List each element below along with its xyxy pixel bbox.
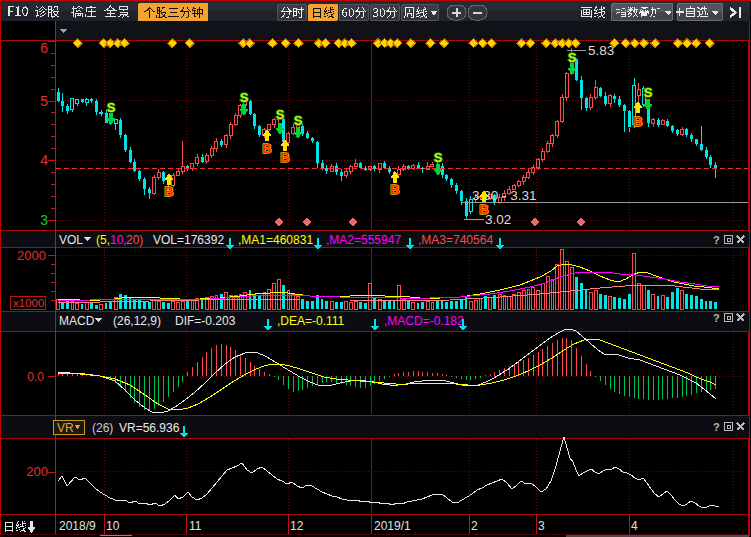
svg-text:4: 4 [40, 152, 48, 168]
svg-text:S: S [434, 150, 443, 165]
svg-text:,DEA=-0.111: ,DEA=-0.111 [277, 314, 345, 328]
svg-text:(26): (26) [92, 421, 113, 435]
svg-text:10,: 10, [110, 233, 127, 247]
svg-text:?: ? [713, 421, 720, 433]
svg-text:S: S [568, 50, 577, 65]
svg-text:S: S [240, 90, 249, 105]
svg-text:B: B [633, 114, 642, 129]
svg-text:VOL: VOL [59, 233, 83, 247]
svg-text:S: S [276, 107, 285, 122]
svg-text:2018/9: 2018/9 [59, 519, 96, 533]
svg-text:?: ? [713, 234, 720, 246]
svg-text:5,: 5, [100, 233, 110, 247]
svg-text:6: 6 [40, 40, 48, 56]
svg-text:5.83: 5.83 [588, 43, 614, 58]
svg-text:12: 12 [290, 519, 304, 533]
svg-text:10: 10 [106, 519, 120, 533]
svg-text:5: 5 [40, 93, 48, 109]
svg-text:S: S [294, 113, 303, 128]
svg-text:S: S [107, 100, 116, 115]
svg-text:,MA2=555947: ,MA2=555947 [326, 233, 401, 247]
svg-text:0.0: 0.0 [27, 370, 44, 384]
svg-text:B: B [479, 202, 488, 217]
svg-text:?: ? [713, 312, 720, 324]
svg-text:2019/1: 2019/1 [374, 519, 411, 533]
svg-text:x1000: x1000 [13, 297, 44, 309]
svg-text:2000: 2000 [17, 248, 46, 263]
svg-text:3: 3 [538, 519, 545, 533]
svg-text:VR: VR [57, 421, 74, 435]
svg-text:MACD: MACD [59, 314, 95, 328]
svg-text:B: B [262, 141, 271, 156]
svg-text:S: S [644, 85, 653, 100]
svg-text:2: 2 [471, 519, 478, 533]
svg-text:B: B [164, 184, 173, 199]
svg-text:200: 200 [26, 464, 48, 479]
svg-text:VR=56.936: VR=56.936 [119, 421, 180, 435]
svg-text:B: B [280, 150, 289, 165]
svg-text:3.02: 3.02 [485, 212, 511, 227]
svg-text:20): 20) [126, 233, 143, 247]
svg-text:B: B [390, 182, 399, 197]
svg-text:11: 11 [189, 519, 202, 533]
svg-text:,MA1=460831: ,MA1=460831 [238, 233, 313, 247]
svg-text:,MA3=740564: ,MA3=740564 [418, 233, 493, 247]
svg-text:VOL=176392: VOL=176392 [153, 233, 224, 247]
svg-text:4: 4 [631, 519, 638, 533]
svg-text:,MACD=-0.182: ,MACD=-0.182 [384, 314, 464, 328]
svg-text:3: 3 [40, 212, 48, 228]
svg-text:DIF=-0.203: DIF=-0.203 [175, 314, 236, 328]
svg-text:(26,12,9): (26,12,9) [113, 314, 161, 328]
